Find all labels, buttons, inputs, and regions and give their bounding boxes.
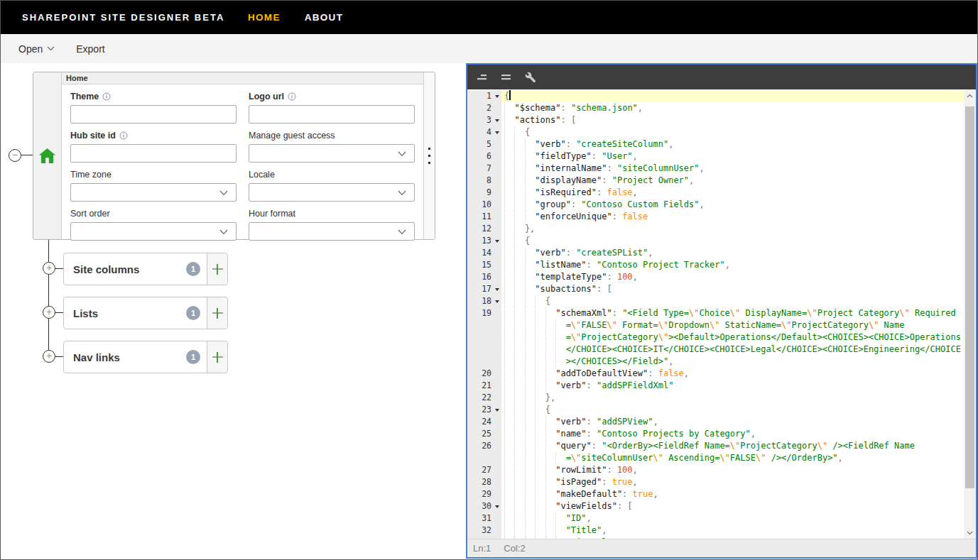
indent-guide xyxy=(504,283,514,295)
indent-guide xyxy=(504,259,514,271)
code-line: 7"internalName": "siteColumnUser", xyxy=(467,163,964,175)
indent-guide xyxy=(525,464,535,476)
indent-guide xyxy=(535,307,545,319)
locale-dropdown[interactable] xyxy=(249,183,415,202)
field-locale: Locale xyxy=(249,169,415,202)
main-content: − Home ThemeLogo urlHub site idManage gu… xyxy=(1,63,977,559)
tree-item-label: Site columns xyxy=(64,253,186,285)
tree-item-nav-links[interactable]: Nav links1 xyxy=(63,341,228,373)
indent-guide xyxy=(525,356,535,368)
scroll-up-button[interactable] xyxy=(964,89,976,101)
expand-site-columns-node-button[interactable]: + xyxy=(43,262,55,275)
editor-scrollbar[interactable] xyxy=(964,89,976,539)
tree-item-lists[interactable]: Lists1 xyxy=(63,297,228,329)
indent-guide xyxy=(504,126,514,138)
field-label: Locale xyxy=(249,169,415,180)
line-number[interactable]: 1 xyxy=(467,90,501,102)
code-line: 5"verb": "createSiteColumn", xyxy=(467,138,964,150)
indent-guide xyxy=(535,525,545,537)
hub-site-id-input[interactable] xyxy=(70,144,237,163)
line-number[interactable]: 17 xyxy=(467,283,501,295)
fold-arrow-icon[interactable] xyxy=(495,131,499,134)
indent-guide xyxy=(504,488,514,500)
scroll-down-button[interactable] xyxy=(964,527,976,539)
scrollbar-thumb[interactable] xyxy=(965,106,974,488)
theme-input[interactable] xyxy=(70,105,237,123)
home-card-context-menu[interactable] xyxy=(423,72,435,239)
fold-arrow-icon[interactable] xyxy=(495,300,499,303)
indent-guide xyxy=(535,344,545,356)
indent-guide xyxy=(535,512,545,525)
time-zone-dropdown[interactable] xyxy=(70,183,237,202)
repair-json-button[interactable] xyxy=(523,70,538,85)
info-icon[interactable] xyxy=(119,131,128,140)
line-number: 6 xyxy=(467,150,501,163)
hour-format-dropdown[interactable] xyxy=(249,222,415,241)
add-nav-links-button[interactable] xyxy=(207,341,227,373)
code-token: \" xyxy=(689,308,699,318)
plus-icon xyxy=(217,308,218,319)
code-text: =\"ProjectCategory\"><Default>Operations… xyxy=(501,331,964,344)
add-lists-button[interactable] xyxy=(207,297,227,329)
code-token: : xyxy=(612,212,622,221)
indent-guide xyxy=(514,440,524,452)
info-icon[interactable] xyxy=(102,92,111,101)
expand-lists-node-button[interactable]: + xyxy=(43,306,55,319)
code-token: \" xyxy=(817,441,827,451)
compact-json-button[interactable] xyxy=(499,70,514,85)
code-text: "actions": [ xyxy=(501,114,964,126)
code-line: 27"rowLimit": 100, xyxy=(467,464,964,476)
line-number: 27 xyxy=(467,464,501,476)
indent-guide xyxy=(514,537,524,539)
code-text: "siteColumnUser" xyxy=(501,537,964,539)
nav-about[interactable]: ABOUT xyxy=(305,12,344,23)
line-number[interactable]: 3 xyxy=(467,114,501,126)
info-icon[interactable] xyxy=(288,92,296,101)
line-number[interactable]: 23 xyxy=(467,404,501,416)
fold-arrow-icon[interactable] xyxy=(495,119,499,122)
manage-guest-access-dropdown[interactable] xyxy=(249,144,415,163)
code-token: "rowLimit" xyxy=(555,465,607,475)
tree-item-site-columns[interactable]: Site columns1 xyxy=(63,253,228,285)
code-token: , xyxy=(633,151,638,161)
open-menu-button[interactable]: Open xyxy=(18,43,55,55)
code-line: 1{ xyxy=(467,90,964,102)
code-text: "verb": "createSiteColumn", xyxy=(501,138,964,150)
line-number: 26 xyxy=(467,440,501,452)
line-number: 10 xyxy=(467,199,501,211)
indent-guide xyxy=(525,199,535,211)
line-number[interactable]: 18 xyxy=(467,295,501,307)
code-token: : xyxy=(602,477,612,487)
code-token: Format= xyxy=(617,320,658,330)
collapse-home-node-button[interactable]: − xyxy=(9,149,21,162)
line-number: 24 xyxy=(467,416,501,428)
sort-order-dropdown[interactable] xyxy=(70,222,237,241)
indent-guide xyxy=(545,452,555,464)
fold-arrow-icon[interactable] xyxy=(495,95,499,98)
expand-nav-links-node-button[interactable]: + xyxy=(43,350,55,363)
line-number[interactable]: 4 xyxy=(467,126,501,138)
code-text: "addToDefaultView": false, xyxy=(501,368,964,380)
top-navigation: HOME ABOUT xyxy=(248,12,343,23)
logo-url-input[interactable] xyxy=(249,105,415,123)
tree-connector xyxy=(21,155,33,155)
line-number[interactable]: 30 xyxy=(467,500,501,512)
line-number[interactable]: 13 xyxy=(467,235,501,247)
indent-guide xyxy=(504,211,514,223)
indent-guide xyxy=(545,476,555,488)
code-area[interactable]: 1{2"$schema": "schema.json",3"actions": … xyxy=(467,89,976,539)
nav-home[interactable]: HOME xyxy=(248,12,281,23)
fold-arrow-icon[interactable] xyxy=(495,505,499,508)
code-text: ></CHOICES></Field>", xyxy=(501,356,964,368)
indent-guide xyxy=(504,114,514,126)
code-token: siteColumnUser xyxy=(581,453,653,463)
field-hour-format: Hour format xyxy=(249,208,415,241)
chevron-down-icon xyxy=(219,190,228,196)
format-json-button[interactable] xyxy=(474,70,490,85)
fold-arrow-icon[interactable] xyxy=(495,288,499,291)
fold-arrow-icon[interactable] xyxy=(495,409,499,412)
export-button[interactable]: Export xyxy=(76,43,104,55)
add-site-columns-button[interactable] xyxy=(207,253,227,285)
fold-arrow-icon[interactable] xyxy=(495,240,499,243)
code-token: : xyxy=(592,151,602,161)
